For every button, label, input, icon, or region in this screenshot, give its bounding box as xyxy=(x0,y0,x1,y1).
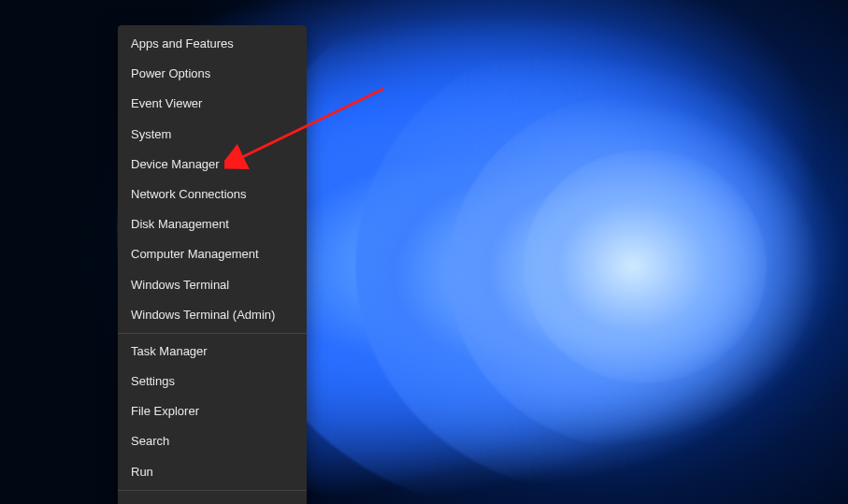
menu-item-disk-management[interactable]: Disk Management xyxy=(118,209,307,239)
menu-item-event-viewer[interactable]: Event Viewer xyxy=(118,89,307,119)
menu-item-label: Device Manager xyxy=(131,156,220,173)
menu-item-network-connections[interactable]: Network Connections xyxy=(118,180,307,209)
menu-group-2: Task ManagerSettingsFile ExplorerSearchR… xyxy=(118,337,307,487)
menu-item-windows-terminal-admin[interactable]: Windows Terminal (Admin) xyxy=(118,300,307,330)
menu-item-run[interactable]: Run xyxy=(118,457,307,487)
menu-separator xyxy=(118,333,307,334)
menu-item-label: Power Options xyxy=(131,65,210,82)
menu-item-file-explorer[interactable]: File Explorer xyxy=(118,396,307,426)
menu-item-search[interactable]: Search xyxy=(118,426,307,456)
menu-item-computer-management[interactable]: Computer Management xyxy=(118,239,307,269)
menu-item-label: Event Viewer xyxy=(131,95,202,112)
menu-item-label: Windows Terminal xyxy=(131,277,229,294)
menu-item-label: Windows Terminal (Admin) xyxy=(131,307,275,324)
menu-group-3: Shut down or sign out xyxy=(118,494,307,504)
menu-item-label: Task Manager xyxy=(131,343,208,360)
menu-item-label: Apps and Features xyxy=(131,36,234,52)
menu-item-label: Run xyxy=(131,464,153,481)
winx-context-menu: Apps and FeaturesPower OptionsEvent View… xyxy=(118,25,307,504)
menu-item-label: Network Connections xyxy=(131,186,247,203)
menu-item-label: System xyxy=(131,126,171,143)
menu-item-label: Computer Management xyxy=(131,246,259,263)
wallpaper-wave xyxy=(524,150,767,383)
menu-separator xyxy=(118,490,307,491)
menu-item-label: Disk Management xyxy=(131,216,229,233)
menu-item-apps-features[interactable]: Apps and Features xyxy=(118,29,307,59)
menu-item-windows-terminal[interactable]: Windows Terminal xyxy=(118,270,307,300)
menu-item-device-manager[interactable]: Device Manager xyxy=(118,150,307,180)
menu-group-1: Apps and FeaturesPower OptionsEvent View… xyxy=(118,29,307,330)
menu-item-label: Settings xyxy=(131,373,175,390)
menu-item-label: Shut down or sign out xyxy=(131,500,249,504)
menu-item-label: Search xyxy=(131,433,169,450)
menu-item-shutdown-signout[interactable]: Shut down or sign out xyxy=(118,494,307,504)
menu-item-power-options[interactable]: Power Options xyxy=(118,59,307,89)
menu-item-system[interactable]: System xyxy=(118,120,307,150)
menu-item-label: File Explorer xyxy=(131,403,199,420)
menu-item-task-manager[interactable]: Task Manager xyxy=(118,337,307,367)
menu-item-settings[interactable]: Settings xyxy=(118,367,307,396)
